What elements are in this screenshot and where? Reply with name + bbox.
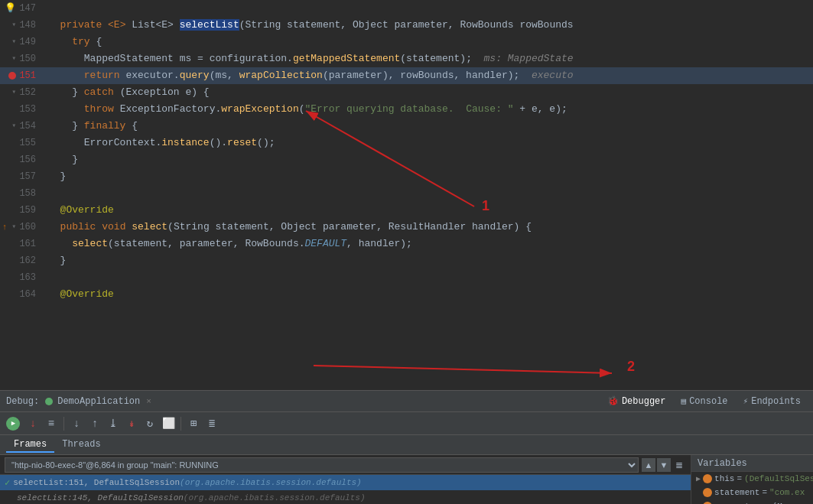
frames-threads-bar: Frames Threads bbox=[0, 435, 813, 455]
step-over-button[interactable]: ↓ bbox=[24, 415, 41, 432]
run-to-cursor-button[interactable]: ⤓ bbox=[105, 415, 122, 432]
line-num-164: 164 bbox=[19, 286, 36, 303]
app-tab[interactable]: DemoApplication × bbox=[45, 396, 151, 407]
line-content-161: select(statement, parameter, RowBounds.D… bbox=[42, 236, 813, 252]
line-content-159: @Override bbox=[42, 202, 813, 219]
frames-tab[interactable]: Frames bbox=[6, 437, 54, 453]
var-item-this[interactable]: ▶ this = (DefaultSqlSess bbox=[691, 472, 813, 486]
line-content-160: public void select(String statement, Obj… bbox=[42, 219, 813, 236]
line-num-163: 163 bbox=[19, 269, 36, 286]
code-line-153: 153 throw ExceptionFactory.wrapException… bbox=[0, 101, 813, 118]
evaluate-button[interactable]: ↡ bbox=[123, 415, 140, 432]
debug-content: "http-nio-80-exec-8"@6,864 in group "mai… bbox=[0, 455, 813, 504]
code-line-150: ▾ 150 MappedStatement ms = configuration… bbox=[0, 50, 813, 67]
line-num-155: 155 bbox=[19, 135, 36, 151]
ide-window: 💡 147 ▾ 148 private <E> List<E> selectLi… bbox=[0, 0, 813, 504]
threads-tab[interactable]: Threads bbox=[54, 437, 108, 453]
tab-debugger-label: Debugger bbox=[622, 396, 666, 407]
code-line-158: 158 bbox=[0, 185, 813, 202]
line-num-157: 157 bbox=[19, 168, 36, 185]
gutter-162: ▾ 162 bbox=[0, 252, 42, 269]
bulb-icon: 💡 bbox=[5, 0, 16, 17]
gutter-157: 157 bbox=[0, 168, 42, 185]
var-item-statement[interactable]: ▶ statement = "com.ex bbox=[691, 486, 813, 499]
var-eq-statement: = bbox=[762, 488, 767, 497]
gutter-150: ▾ 150 bbox=[0, 50, 42, 67]
line-num-162: 162 bbox=[19, 252, 36, 269]
fold-icon-150[interactable]: ▾ bbox=[11, 50, 16, 67]
line-content-164: @Override bbox=[42, 286, 813, 303]
gutter-151: 151 bbox=[0, 67, 42, 84]
fold-icon-149[interactable]: ▾ bbox=[11, 34, 16, 50]
line-content-153: throw ExceptionFactory.wrapException("Er… bbox=[42, 101, 813, 118]
filter-button[interactable]: ≣ bbox=[203, 415, 220, 432]
line-content-155: ErrorContext.instance().reset(); bbox=[42, 135, 813, 151]
var-item-parameter[interactable]: ▶ parameter = (Mappe bbox=[691, 499, 813, 504]
breakpoint-151[interactable] bbox=[8, 72, 16, 80]
code-line-155: 155 ErrorContext.instance().reset(); bbox=[0, 135, 813, 151]
line-content-154: } finally { bbox=[42, 118, 813, 135]
rerun-button[interactable]: ≡ bbox=[43, 415, 60, 432]
toolbar-sep-1 bbox=[63, 417, 64, 431]
gutter-164: 164 bbox=[0, 286, 42, 303]
gutter-149: ▾ 149 bbox=[0, 34, 42, 50]
variables-header: Variables bbox=[691, 455, 813, 472]
line-num-160: 160 bbox=[19, 219, 36, 236]
frame-item-1[interactable]: ✓ selectList:151, DefaultSqlSession (org… bbox=[0, 475, 691, 490]
thread-down-button[interactable]: ▼ bbox=[657, 458, 671, 472]
gutter-154: ▾ 154 bbox=[0, 118, 42, 135]
line-num-159: 159 bbox=[19, 202, 36, 219]
resume-button[interactable]: ▶ bbox=[6, 417, 20, 431]
line-num-152: 152 bbox=[19, 84, 36, 101]
gutter-156: ▾ 156 bbox=[0, 151, 42, 168]
var-icon-statement bbox=[703, 488, 712, 497]
fold-icon-154[interactable]: ▾ bbox=[11, 118, 16, 135]
layout-button[interactable]: ⊞ bbox=[185, 415, 202, 432]
var-value-statement: "com.ex bbox=[769, 488, 805, 497]
line-num-158: 158 bbox=[19, 185, 36, 202]
step-into-button[interactable]: ↓ bbox=[68, 415, 85, 432]
thread-filter-button[interactable]: ≣ bbox=[672, 458, 686, 472]
gutter-148: ▾ 148 bbox=[0, 17, 42, 34]
line-num-149: 149 bbox=[19, 34, 36, 50]
line-content-152: } catch (Exception e) { bbox=[42, 84, 813, 101]
code-line-157: 157 } bbox=[0, 168, 813, 185]
thread-up-button[interactable]: ▲ bbox=[642, 458, 655, 472]
debug-tabs-bar: Debug: DemoApplication × 🐞 Debugger ▤ Co… bbox=[0, 391, 813, 412]
thread-dropdown[interactable]: "http-nio-80-exec-8"@6,864 in group "mai… bbox=[5, 457, 639, 473]
variables-title: Variables bbox=[698, 458, 747, 469]
line-num-153: 153 bbox=[19, 101, 36, 118]
debug-toolbar: ▶ ↓ ≡ ↓ ↑ ⤓ ↡ ↻ ⬜ ⊞ ≣ bbox=[0, 412, 813, 435]
mute-button[interactable]: ↻ bbox=[141, 415, 158, 432]
line-content-156: } bbox=[42, 151, 813, 168]
settings-button[interactable]: ⬜ bbox=[160, 415, 177, 432]
code-line-159: 159 @Override bbox=[0, 202, 813, 219]
line-num-156: 156 bbox=[19, 151, 36, 168]
tab-console-label: Console bbox=[689, 396, 727, 407]
tab-close-btn[interactable]: × bbox=[146, 397, 151, 406]
fold-icon-160[interactable]: ▾ bbox=[11, 219, 16, 236]
gutter-155: 155 bbox=[0, 135, 42, 151]
fold-icon-152[interactable]: ▾ bbox=[11, 84, 16, 101]
frame-list: ✓ selectList:151, DefaultSqlSession (org… bbox=[0, 475, 691, 504]
console-icon: ▤ bbox=[681, 396, 687, 406]
line-content-151: return executor.query(ms, wrapCollection… bbox=[42, 67, 813, 84]
code-line-161: 161 select(statement, parameter, RowBoun… bbox=[0, 236, 813, 252]
line-num-150: 150 bbox=[19, 50, 36, 67]
code-line-163: 163 bbox=[0, 269, 813, 286]
code-editor[interactable]: 💡 147 ▾ 148 private <E> List<E> selectLi… bbox=[0, 0, 813, 390]
tab-debugger[interactable]: 🐞 Debugger bbox=[601, 394, 672, 408]
endpoints-icon: ⚡ bbox=[743, 396, 749, 406]
tab-console[interactable]: ▤ Console bbox=[675, 395, 734, 408]
tab-endpoints[interactable]: ⚡ Endpoints bbox=[737, 395, 807, 408]
variables-panel: Variables ▶ this = (DefaultSqlSess ▶ sta… bbox=[691, 455, 813, 504]
frame-item-2[interactable]: selectList:145, DefaultSqlSession (org.a… bbox=[0, 490, 691, 504]
gutter-153: 153 bbox=[0, 101, 42, 118]
frame-class-2: (org.apache.ibatis.session.defaults) bbox=[184, 493, 366, 502]
code-line-154: ▾ 154 } finally { bbox=[0, 118, 813, 135]
code-line-164: 164 @Override bbox=[0, 286, 813, 303]
step-out-button[interactable]: ↑ bbox=[86, 415, 103, 432]
app-name: DemoApplication bbox=[57, 396, 140, 407]
fold-icon-148[interactable]: ▾ bbox=[11, 17, 16, 34]
var-icon-this bbox=[703, 474, 712, 483]
